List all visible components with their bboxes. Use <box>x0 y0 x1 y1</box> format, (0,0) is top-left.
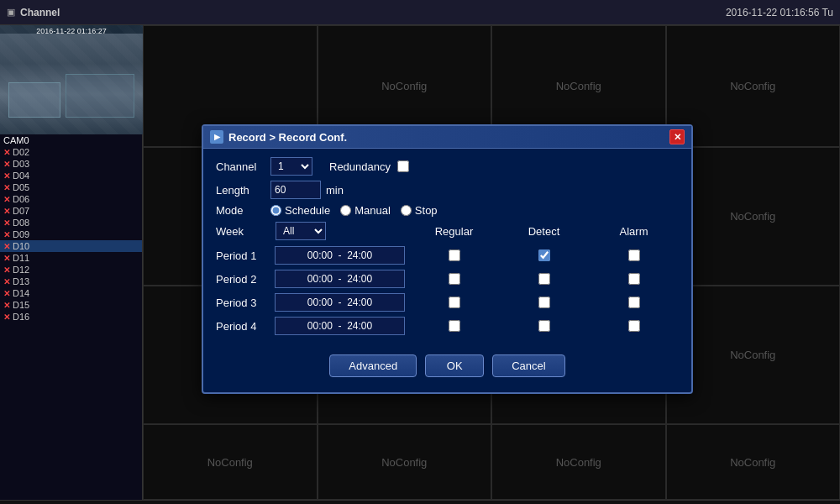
period-4-detect-checkbox[interactable] <box>538 320 550 332</box>
channel-select[interactable]: 1 <box>270 157 312 176</box>
header-bar: ▣ Channel 2016-11-22 01:16:56 Tu <box>0 0 840 25</box>
mode-schedule-radio[interactable] <box>270 205 281 216</box>
mode-manual-radio[interactable] <box>340 205 351 216</box>
x-mark-d05: ✕ <box>3 183 10 192</box>
period-1-alarm-check <box>589 249 679 261</box>
period-3-detect-checkbox[interactable] <box>538 297 550 308</box>
mode-manual-option[interactable]: Manual <box>340 204 391 217</box>
period-3-alarm-check <box>589 297 679 308</box>
period-2-detect-checkbox[interactable] <box>538 273 550 285</box>
mode-manual-label: Manual <box>354 204 391 217</box>
sidebar-item-d08[interactable]: ✕ D08 <box>0 217 142 228</box>
period-1-regular-check <box>409 249 499 261</box>
x-mark-d04: ✕ <box>3 171 10 181</box>
header-title: Channel <box>20 7 60 18</box>
bottom-toolbar: ▣ ⊞ ⊟ ⊠ ⊡ ◁ ▷ ⏺ ⏏ ⏹ ⏺ <box>0 500 840 504</box>
week-header-row: Week All Mon Tue Wed Thu Fri Sat Sun Reg… <box>216 222 679 240</box>
period-1-time-container <box>275 246 409 265</box>
period-4-alarm-checkbox[interactable] <box>628 320 640 332</box>
period-1-detect-check <box>499 249 589 261</box>
period-1-regular-checkbox[interactable] <box>449 249 460 261</box>
channel-icon: ▣ <box>7 7 15 18</box>
length-label: Length <box>216 184 270 197</box>
ok-button[interactable]: OK <box>425 354 484 377</box>
x-mark-d14: ✕ <box>3 289 10 298</box>
period-3-time-input[interactable] <box>275 293 405 312</box>
x-mark-d09: ✕ <box>3 230 10 239</box>
sidebar-item-d10[interactable]: ✕ D10 <box>0 240 142 252</box>
period-4-label: Period 4 <box>216 320 275 333</box>
period-3-regular-checkbox[interactable] <box>449 297 460 308</box>
period-2-detect-check <box>499 273 589 285</box>
redundancy-checkbox[interactable] <box>397 160 409 172</box>
period-4-detect-check <box>499 320 589 332</box>
week-label: Week <box>216 225 270 238</box>
record-icon: ▶ <box>210 130 223 144</box>
x-mark-d07: ✕ <box>3 207 10 216</box>
sidebar-item-d06[interactable]: ✕ D06 <box>0 193 142 205</box>
detect-col-header: Detect <box>499 225 589 238</box>
advanced-button[interactable]: Advanced <box>329 354 417 377</box>
x-mark-d11: ✕ <box>3 254 10 263</box>
x-mark-d03: ✕ <box>3 160 10 169</box>
period-2-regular-check <box>409 273 499 285</box>
sidebar-item-d13[interactable]: ✕ D13 <box>0 276 142 287</box>
cam-preview: 2016-11-22 01:16:27 <box>0 25 143 134</box>
sidebar-item-d12[interactable]: ✕ D12 <box>0 264 142 276</box>
sidebar-item-d02[interactable]: ✕ D02 <box>0 146 142 158</box>
mode-schedule-option[interactable]: Schedule <box>270 204 330 217</box>
dialog-close-button[interactable]: ✕ <box>669 129 685 144</box>
redundancy-section: Redundancy <box>329 160 409 173</box>
period-4-time-container <box>275 317 409 335</box>
sidebar-item-d05[interactable]: ✕ D05 <box>0 181 142 193</box>
mode-row: Mode Schedule Manual Stop <box>216 204 679 217</box>
cam-preview-timestamp: 2016-11-22 01:16:27 <box>36 27 107 35</box>
grid-cell-r4c2: NoConfig <box>318 424 492 500</box>
mode-options: Schedule Manual Stop <box>270 204 438 217</box>
mode-stop-radio[interactable] <box>401 205 412 216</box>
period-3-detect-check <box>499 297 589 308</box>
period-3-label: Period 3 <box>216 297 275 309</box>
mode-stop-option[interactable]: Stop <box>401 204 438 217</box>
channel-list: CAM0 ✕ D02 ✕ D03 ✕ D04 ✕ D05 ✕ D06 <box>0 134 142 500</box>
period-3-alarm-checkbox[interactable] <box>628 297 640 308</box>
week-select[interactable]: All Mon Tue Wed Thu Fri Sat Sun <box>276 222 326 240</box>
x-mark-d12: ✕ <box>3 265 10 275</box>
x-mark-d08: ✕ <box>3 218 10 228</box>
period-2-time-input[interactable] <box>275 270 405 288</box>
sidebar-item-d04[interactable]: ✕ D04 <box>0 170 142 181</box>
sidebar-item-d11[interactable]: ✕ D11 <box>0 252 142 264</box>
period-4-regular-checkbox[interactable] <box>449 320 460 332</box>
period-4-alarm-check <box>589 320 679 332</box>
period-1-row: Period 1 <box>216 244 679 267</box>
regular-col-header: Regular <box>409 225 499 238</box>
x-mark-d16: ✕ <box>3 312 10 322</box>
cancel-button[interactable]: Cancel <box>492 354 564 377</box>
cam-preview-overlay <box>0 25 143 134</box>
period-2-alarm-checkbox[interactable] <box>628 273 640 285</box>
period-3-row: Period 3 <box>216 291 679 314</box>
sidebar-item-cam0[interactable]: CAM0 <box>0 134 142 146</box>
mode-stop-label: Stop <box>415 204 438 217</box>
period-2-label: Period 2 <box>216 273 275 286</box>
period-4-time-input[interactable] <box>275 317 405 335</box>
dialog-buttons: Advanced OK Cancel <box>216 354 679 384</box>
sidebar-item-d09[interactable]: ✕ D09 <box>0 228 142 240</box>
header-datetime: 2016-11-22 01:16:56 Tu <box>726 7 833 18</box>
x-mark-d15: ✕ <box>3 301 10 310</box>
sidebar-item-d03[interactable]: ✕ D03 <box>0 158 142 170</box>
redundancy-label: Redundancy <box>329 160 391 173</box>
period-1-alarm-checkbox[interactable] <box>628 249 640 261</box>
week-section: Week All Mon Tue Wed Thu Fri Sat Sun <box>216 222 409 240</box>
period-4-regular-check <box>409 320 499 332</box>
sidebar-item-d16[interactable]: ✕ D16 <box>0 311 142 323</box>
period-2-regular-checkbox[interactable] <box>449 273 460 285</box>
sidebar-item-d15[interactable]: ✕ D15 <box>0 299 142 311</box>
length-input[interactable] <box>270 181 321 199</box>
period-1-time-input[interactable] <box>275 246 405 265</box>
sidebar-item-d14[interactable]: ✕ D14 <box>0 287 142 299</box>
period-1-detect-checkbox[interactable] <box>538 249 550 261</box>
sidebar-item-d07[interactable]: ✕ D07 <box>0 205 142 217</box>
alarm-col-header: Alarm <box>589 225 679 238</box>
min-label: min <box>326 184 344 197</box>
